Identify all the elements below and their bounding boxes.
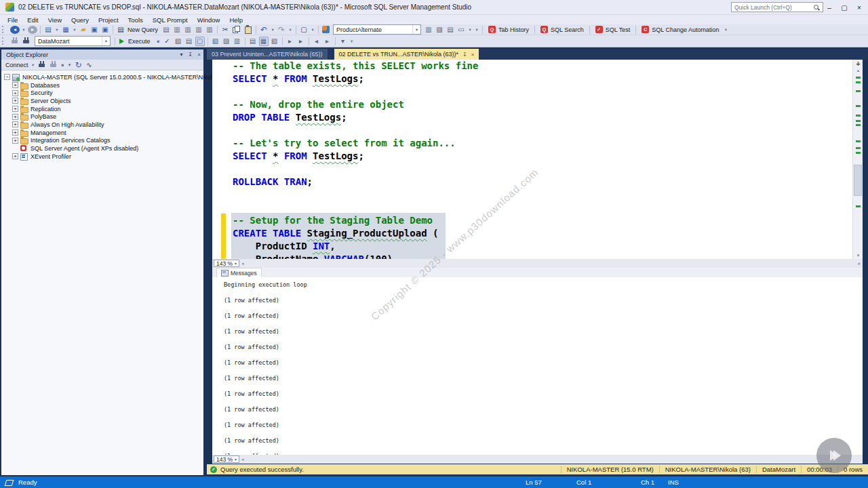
uncomment-selection-icon[interactable]: ▸ <box>296 37 306 46</box>
chevron-down-icon[interactable]: ▾ <box>233 261 239 266</box>
parse-query-icon[interactable]: ✓ <box>163 37 172 46</box>
quick-launch-input[interactable]: Quick Launch (Ctrl+Q) <box>731 2 823 12</box>
tree-item-replication[interactable]: +Replication <box>1 105 203 113</box>
query-designer-icon[interactable]: ▤ <box>184 37 194 46</box>
editor-scrollbar-thumb[interactable] <box>854 165 862 196</box>
tab-history-button[interactable]: QTab History <box>485 25 532 35</box>
code-line-13[interactable]: -- Setup for the Staging Table Demo <box>233 214 433 227</box>
editor-vertical-scrollbar[interactable]: + ▴ ▾ <box>852 60 863 259</box>
available-connections-icon[interactable] <box>11 37 20 45</box>
close-tab-icon[interactable]: × <box>471 52 475 58</box>
database-engine-query-icon[interactable]: ▤ <box>161 25 171 35</box>
sql-change-automation-button[interactable]: CSQL Change Automation <box>638 25 722 35</box>
code-line-2[interactable]: SELECT * FROM TestLogs; <box>233 73 364 85</box>
undo-icon[interactable]: ↶ <box>259 25 269 35</box>
sql-prompt-icon[interactable] <box>322 26 330 33</box>
menu-tools[interactable]: Tools <box>123 16 148 24</box>
database-combo[interactable]: DataMozart▾ <box>35 36 111 46</box>
document-tab-2[interactable]: 02 DELETE vs TRUN...ASTER\Nikola (63))*↧… <box>334 49 479 60</box>
chevron-down-icon[interactable]: ▾ <box>233 457 239 462</box>
tree-item-security[interactable]: +Security <box>1 89 203 97</box>
new-file-caret-icon[interactable]: ▾ <box>54 25 60 35</box>
compact-query-icon[interactable]: ▥ <box>205 25 214 35</box>
tree-item-xevent[interactable]: +XEvent Profiler <box>1 152 203 161</box>
scroll-up-icon[interactable]: ▴ <box>853 68 863 73</box>
tree-item-polybase[interactable]: +PolyBase <box>1 113 203 121</box>
sql-prompt-window-icon[interactable]: ▭ <box>456 25 466 35</box>
selection-caret-icon[interactable]: ▾ <box>310 25 315 35</box>
add-item-icon[interactable]: ▦ <box>61 25 71 35</box>
code-line-1[interactable]: -- The table exists, this SELECT works f… <box>233 60 478 73</box>
sql-test-button[interactable]: ✓SQL Test <box>592 25 634 35</box>
expand-icon[interactable]: + <box>12 138 18 144</box>
menu-file[interactable]: File <box>3 16 22 24</box>
code-line-7[interactable]: -- Let's try to select from it again... <box>233 137 456 150</box>
comment-selection-icon[interactable]: ▸ <box>285 37 295 46</box>
menu-window[interactable]: Window <box>193 16 225 24</box>
include-estimated-plan-icon[interactable]: ▧ <box>174 37 183 46</box>
hscroll-left-icon[interactable]: ◂ <box>241 457 244 462</box>
new-query-button[interactable]: New Query <box>127 26 158 33</box>
menu-query[interactable]: Query <box>66 16 94 24</box>
expand-icon[interactable]: + <box>12 153 18 159</box>
connect-server-icon[interactable] <box>50 60 58 69</box>
tree-item-management[interactable]: +Management <box>1 129 203 137</box>
disconnect-icon[interactable] <box>38 60 47 69</box>
connect-button[interactable]: Connect <box>5 62 28 68</box>
split-editor-handle[interactable]: + <box>853 60 863 68</box>
sql-editor-pane[interactable]: -- The table exists, this SELECT works f… <box>212 60 863 259</box>
sql-search-button[interactable]: QSQL Search <box>537 25 587 35</box>
editor-zoom-select[interactable]: 143 % ▾ <box>214 260 239 267</box>
results-to-file-icon[interactable]: ▧ <box>270 37 279 46</box>
toolbar-grip[interactable] <box>2 37 7 45</box>
document-tab-1[interactable]: 03 Prevent Uninten...ASTER\Nikola (65)) <box>207 49 328 60</box>
code-line-8[interactable]: SELECT * FROM TestLogs; <box>233 150 364 163</box>
minimize-icon[interactable]: – <box>822 0 837 15</box>
expand-icon[interactable]: + <box>12 121 18 127</box>
tree-item-databases[interactable]: +Databases <box>1 81 203 89</box>
save-all-icon[interactable]: ▣ <box>100 25 110 35</box>
results-grid-icon[interactable]: ▦ <box>259 37 269 46</box>
nav-back-icon[interactable]: ◂ <box>10 26 20 34</box>
menu-edit[interactable]: Edit <box>22 16 43 24</box>
tree-item-sql[interactable]: SQL Server Agent (Agent XPs disabled) <box>1 144 203 152</box>
search-icon[interactable] <box>813 4 820 11</box>
add-item-caret-icon[interactable]: ▾ <box>72 25 77 35</box>
object-explorer-header[interactable]: Object Explorer ▾↧× <box>1 49 203 60</box>
results-to-text-icon[interactable]: ▢ <box>195 37 205 46</box>
expand-icon[interactable]: + <box>12 129 18 136</box>
scroll-down-icon[interactable]: ▾ <box>853 253 863 258</box>
include-actual-plan-icon[interactable]: ▧ <box>211 37 220 46</box>
cancel-query-icon[interactable]: ■ <box>156 37 161 46</box>
window-position-icon[interactable]: ▾ <box>177 52 186 58</box>
execute-button[interactable]: Execute <box>119 38 153 45</box>
restore-icon[interactable]: ▢ <box>837 0 852 15</box>
hscroll-left-icon[interactable]: ◂ <box>241 261 244 266</box>
mdx-query-icon[interactable]: ▥ <box>172 25 182 35</box>
chevron-down-icon[interactable]: ▾ <box>412 25 420 34</box>
redo-icon[interactable]: ↷ <box>277 25 286 35</box>
sql-prompt-suggestions-icon[interactable]: ▥ <box>424 25 433 35</box>
code-line-4[interactable]: -- Now, drop the entire object <box>233 98 404 111</box>
pin-tab-icon[interactable]: ↧ <box>462 52 467 58</box>
messages-tab[interactable]: Messages <box>216 268 262 277</box>
code-line-14[interactable]: CREATE TABLE Staging_ProductUpload ( <box>233 227 438 240</box>
tree-item-integration[interactable]: +Integration Services Catalogs <box>1 137 203 145</box>
collapse-icon[interactable]: − <box>4 74 10 80</box>
tree-item-nikola-master[interactable]: −NIKOLA-MASTER (SQL Server 15.0.2000.5 -… <box>1 73 203 81</box>
save-icon[interactable]: ▣ <box>90 25 99 35</box>
expand-icon[interactable]: + <box>12 82 18 88</box>
menu-sql-prompt[interactable]: SQL Prompt <box>148 16 193 24</box>
code-line-5[interactable]: DROP TABLE TestLogs; <box>233 111 347 124</box>
expand-icon[interactable]: + <box>12 106 18 112</box>
sql-prompt-combo[interactable]: ProductAlternate▾ <box>333 24 421 35</box>
expand-icon[interactable]: + <box>12 114 18 120</box>
messages-pane[interactable]: Beginning execution loop(1 row affected)… <box>212 277 863 455</box>
refresh-icon[interactable]: ↻ <box>74 60 83 70</box>
results-to-grid-icon[interactable]: ▤ <box>248 37 258 46</box>
nav-back-caret-icon[interactable]: ▾ <box>21 25 26 35</box>
new-file-icon[interactable]: ▤ <box>43 25 53 35</box>
tree-item-server[interactable]: +Server Objects <box>1 97 203 105</box>
menu-view[interactable]: View <box>43 16 66 24</box>
expand-icon[interactable]: + <box>12 98 18 104</box>
